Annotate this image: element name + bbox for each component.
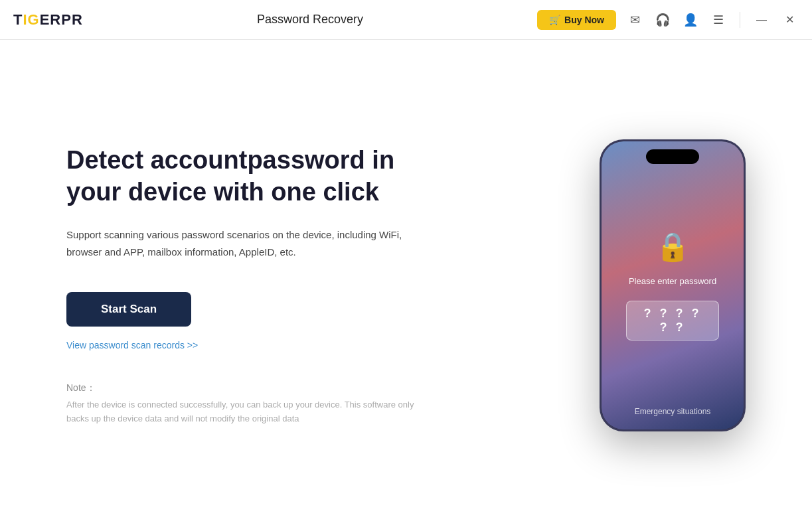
headline-line2: your device with one click [66,178,379,206]
window-title: Password Recovery [83,13,537,27]
buy-now-label: Buy Now [564,15,604,25]
minimize-button[interactable]: — [752,11,771,29]
start-scan-button[interactable]: Start Scan [66,292,191,327]
lock-icon: 🔒 [655,230,690,263]
titlebar-actions: 🛒 Buy Now ✉ 🎧 👤 ☰ — ✕ [537,10,799,30]
phone-frame: 🔒 Please enter password ? ? ? ? ? ? Emer… [600,139,746,431]
password-field: ? ? ? ? ? ? [626,301,719,341]
titlebar: TIGERPR Password Recovery 🛒 Buy Now ✉ 🎧 … [0,0,812,40]
headline-line1: Detect accountpassword in [66,146,394,174]
hamburger-icon: ☰ [713,13,724,27]
mail-button[interactable]: ✉ [625,11,644,29]
please-enter-label: Please enter password [629,276,716,286]
description-text: Support scanning various password scenar… [66,226,425,260]
close-button[interactable]: ✕ [780,11,799,29]
left-panel: Detect accountpassword in your device wi… [66,145,586,426]
headset-button[interactable]: 🎧 [653,11,672,29]
dynamic-island [646,149,699,164]
mail-icon: ✉ [630,13,640,27]
phone-illustration: 🔒 Please enter password ? ? ? ? ? ? Emer… [600,139,746,431]
phone-screen: 🔒 Please enter password ? ? ? ? ? ? [602,141,744,429]
note-title: Note： [66,382,560,394]
headset-icon: 🎧 [655,13,670,27]
minimize-icon: — [756,14,767,26]
menu-button[interactable]: ☰ [709,11,728,29]
view-records-link[interactable]: View password scan records >> [66,340,560,350]
headline: Detect accountpassword in your device wi… [66,145,560,208]
cart-icon: 🛒 [549,15,560,25]
titlebar-divider [740,12,740,28]
user-button[interactable]: 👤 [681,11,700,29]
note-body: After the device is connected successful… [66,398,425,426]
app-logo: TIGERPR [13,11,83,29]
right-panel: 🔒 Please enter password ? ? ? ? ? ? Emer… [586,139,759,431]
main-content: Detect accountpassword in your device wi… [0,40,812,531]
note-section: Note： After the device is connected succ… [66,382,560,426]
user-icon: 👤 [683,13,698,27]
emergency-label: Emergency situations [635,407,711,416]
close-icon: ✕ [785,13,794,26]
buy-now-button[interactable]: 🛒 Buy Now [537,10,616,30]
